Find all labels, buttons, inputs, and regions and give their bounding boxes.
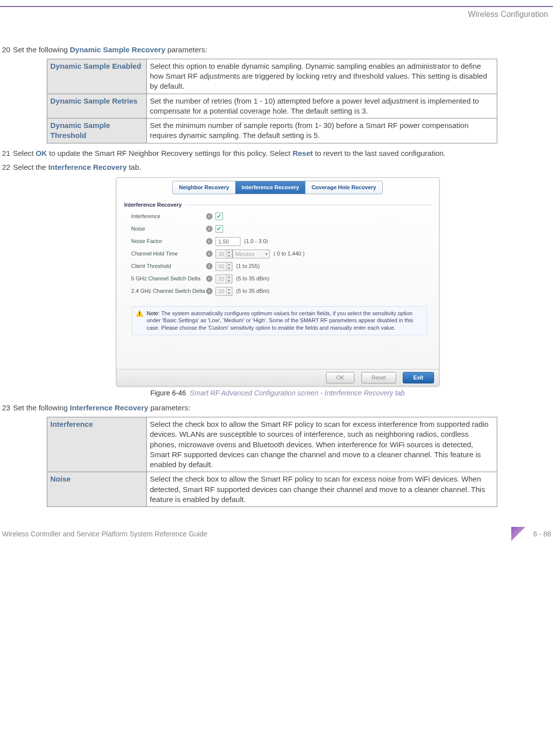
step-21: 21 Select OK to update the Smart RF Neig… — [2, 148, 553, 158]
range-client-threshold: (1 to 255) — [236, 262, 260, 270]
step-23: 23Set the following Interference Recover… — [2, 403, 553, 413]
info-icon[interactable]: i — [206, 238, 213, 245]
row-interference: Interference i ✓ — [131, 211, 430, 222]
screenshot-panel: Neighbor RecoveryInterference RecoveryCo… — [116, 177, 440, 386]
top-accent-border — [0, 6, 553, 7]
table-row: Dynamic Sample Threshold Set the minimum… — [47, 119, 497, 143]
param-desc: Set the number of retries (from 1 - 10) … — [147, 94, 497, 119]
warning-icon: ! — [136, 310, 144, 317]
table-row: Interference Select the check box to all… — [47, 417, 497, 472]
param-desc: Select the check box to allow the Smart … — [147, 417, 497, 472]
input-noise-factor[interactable]: 1.50 — [216, 237, 240, 246]
step-number: 22 — [2, 162, 13, 172]
page-footer: Wireless Controller and Service Platform… — [0, 527, 553, 541]
range-noise-factor: (1.0 - 3.0) — [244, 238, 268, 245]
exit-button[interactable]: Exit — [403, 372, 434, 383]
checkbox-interference[interactable]: ✓ — [216, 213, 223, 220]
param-label: Dynamic Sample Retries — [47, 94, 147, 119]
param-desc: Set the minimum number of sample reports… — [147, 119, 497, 143]
range-5ghz-switch-delta: (5 to 35 dBm) — [236, 275, 270, 282]
table-row: Noise Select the check box to allow the … — [47, 472, 497, 507]
row-noise: Noise i ✓ — [131, 224, 430, 235]
row-5ghz-switch-delta: 5 GHz Channel Switch Delta i 20▲▼ (5 to … — [131, 273, 430, 284]
dropdown-hold-time-unit[interactable]: Minutes — [232, 250, 270, 258]
step-text: Set the following Dynamic Sample Recover… — [13, 45, 551, 55]
info-icon[interactable]: i — [206, 288, 213, 294]
info-icon[interactable]: i — [206, 226, 213, 232]
input-24ghz-switch-delta[interactable]: 20▲▼ — [216, 287, 232, 296]
tab-neighbor-recovery[interactable]: Neighbor Recovery — [173, 181, 235, 194]
term-interference-recovery: Interference Recovery — [48, 163, 127, 171]
reset-button[interactable]: Reset — [361, 372, 397, 383]
table-row: Dynamic Sample Retries Set the number of… — [47, 94, 497, 119]
spinner-arrows-icon[interactable]: ▲▼ — [226, 287, 232, 295]
step-text: Set the following Interference Recovery … — [13, 403, 551, 413]
info-icon[interactable]: i — [206, 263, 213, 269]
spinner-arrows-icon[interactable]: ▲▼ — [226, 275, 232, 283]
footer-guide-title: Wireless Controller and Service Platform… — [2, 529, 207, 539]
param-label: Dynamic Sample Threshold — [47, 119, 147, 143]
info-icon[interactable]: i — [206, 213, 213, 220]
input-channel-hold-time[interactable]: 30▲▼ — [216, 250, 232, 258]
label-24ghz-switch-delta: 2.4 GHz Channel Switch Delta — [131, 287, 206, 295]
step-text: Select OK to update the Smart RF Neighbo… — [13, 148, 551, 158]
step-number: 21 — [2, 148, 13, 158]
row-channel-hold-time: Channel Hold Time i 30▲▼ Minutes ( 0 to … — [131, 249, 430, 259]
page-content: 20Set the following Dynamic Sample Recov… — [0, 45, 553, 507]
term-reset: Reset — [293, 149, 313, 157]
label-noise-factor: Noise Factor — [131, 238, 206, 245]
footer-page-number: 6 - 88 — [533, 529, 551, 539]
dynamic-sample-params-table: Dynamic Sample Enabled Select this optio… — [47, 59, 497, 143]
input-5ghz-switch-delta[interactable]: 20▲▼ — [216, 274, 232, 283]
note-box: ! Note: The system automatically configu… — [131, 306, 427, 336]
ok-button[interactable]: OK — [326, 372, 355, 383]
label-5ghz-switch-delta: 5 GHz Channel Switch Delta — [131, 275, 206, 282]
row-client-threshold: Client Threshold i 50▲▼ (1 to 255) — [131, 261, 430, 272]
range-hold-time: ( 0 to 1,440 ) — [274, 250, 305, 257]
fieldset-divider — [186, 205, 432, 205]
step-22: 22Select the Interference Recovery tab. — [2, 162, 553, 172]
form-grid: Interference i ✓ Noise i ✓ Noise Factor … — [116, 209, 439, 300]
param-label: Interference — [47, 417, 147, 472]
checkbox-noise[interactable]: ✓ — [216, 225, 223, 233]
table-row: Dynamic Sample Enabled Select this optio… — [47, 59, 497, 94]
button-bar: OK Reset Exit — [116, 369, 439, 386]
figure-6-46: Neighbor RecoveryInterference RecoveryCo… — [2, 177, 553, 398]
term-dynamic-sample-recovery: Dynamic Sample Recovery — [70, 45, 165, 54]
term-ok: OK — [36, 149, 47, 157]
label-interference: Interference — [131, 213, 206, 220]
tab-coverage-hole-recovery[interactable]: Coverage Hole Recovery — [305, 181, 382, 194]
param-label: Dynamic Sample Enabled — [47, 59, 147, 94]
label-channel-hold-time: Channel Hold Time — [131, 250, 206, 257]
term-interference-recovery: Interference Recovery — [70, 403, 148, 412]
range-24ghz-switch-delta: (5 to 35 dBm) — [236, 287, 270, 295]
interference-recovery-params-table: Interference Select the check box to all… — [47, 417, 497, 507]
label-client-threshold: Client Threshold — [131, 262, 206, 270]
step-number: 23 — [2, 403, 13, 413]
param-label: Noise — [47, 472, 147, 507]
step-text: Select the Interference Recovery tab. — [13, 162, 551, 172]
tab-interference-recovery[interactable]: Interference Recovery — [235, 181, 305, 194]
page-header-title: Wireless Configuration — [0, 9, 553, 20]
label-noise: Noise — [131, 225, 206, 233]
info-icon[interactable]: i — [206, 275, 213, 282]
fieldset-title: Interference Recovery — [116, 201, 182, 209]
param-desc: Select the check box to allow the Smart … — [147, 472, 497, 507]
figure-caption: Figure 6-46 Smart RF Advanced Configurat… — [2, 388, 553, 398]
step-20: 20Set the following Dynamic Sample Recov… — [2, 45, 553, 55]
brand-logo-icon — [511, 527, 525, 541]
tabs-row: Neighbor RecoveryInterference RecoveryCo… — [116, 178, 439, 196]
spinner-arrows-icon[interactable]: ▲▼ — [226, 262, 232, 270]
input-client-threshold[interactable]: 50▲▼ — [216, 262, 232, 271]
row-noise-factor: Noise Factor i 1.50 (1.0 - 3.0) — [131, 236, 430, 247]
note-text: Note: The system automatically configure… — [147, 310, 423, 332]
spinner-arrows-icon[interactable]: ▲▼ — [226, 250, 232, 258]
param-desc: Select this option to enable dynamic sam… — [147, 59, 497, 94]
info-icon[interactable]: i — [206, 251, 213, 257]
row-24ghz-switch-delta: 2.4 GHz Channel Switch Delta i 20▲▼ (5 t… — [131, 286, 430, 297]
step-number: 20 — [2, 45, 13, 55]
